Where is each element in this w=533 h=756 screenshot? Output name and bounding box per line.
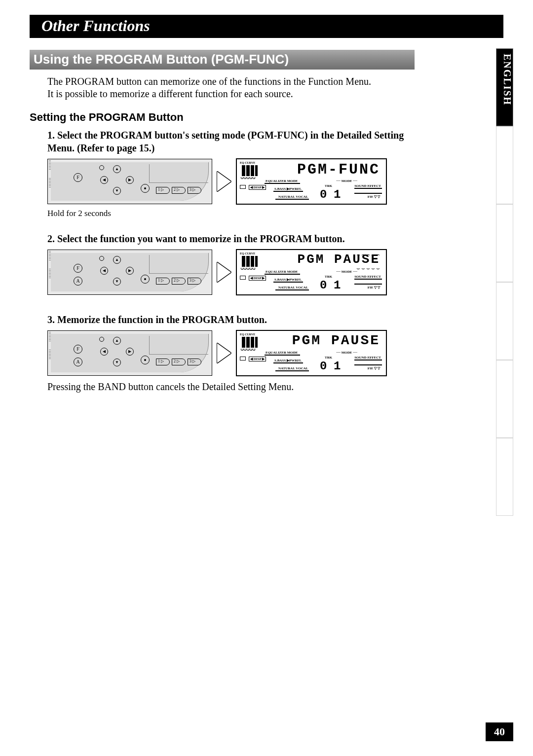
lcd-eq-curve: EQ CURVE bbox=[240, 333, 255, 336]
preset-3-icon: 3 ▷ bbox=[188, 359, 201, 365]
preset-2-icon: 2 ▷ bbox=[172, 359, 186, 365]
lcd-eq-curve: EQ CURVE bbox=[240, 252, 255, 255]
preset-buttons: 1 ▷ 2 ▷ 3 ▷ bbox=[156, 187, 201, 194]
dpad-down-icon: ▼ bbox=[113, 359, 121, 366]
subsection-title: Setting the PROGRAM Button bbox=[30, 111, 415, 124]
dpad-center-icon bbox=[99, 256, 104, 261]
dpad-down-icon: ▼ bbox=[113, 278, 121, 286]
dpad-left-icon: ◀ bbox=[100, 267, 108, 275]
f-button-icon: F bbox=[74, 173, 82, 182]
lcd-digit-2: 1 bbox=[334, 279, 341, 292]
arrow-right-icon bbox=[217, 262, 231, 282]
step-1-text: Select the PROGRAM button's setting mode… bbox=[47, 130, 404, 153]
footer-note: Pressing the BAND button cancels the Det… bbox=[47, 381, 415, 393]
faceplate-illustration: F A ▲ ▼ ◀ ▶ 1 ▷ 2 ▷ 3 ▷ bbox=[47, 250, 212, 295]
dpad-icon: ▲ ▼ ◀ ▶ bbox=[99, 165, 135, 195]
lcd-natural-vocal: NATURAL VOCAL bbox=[278, 286, 308, 289]
intro-text: The PROGRAM button can memorize one of t… bbox=[47, 75, 415, 100]
lcd-fie: FIE ▽ ▽ bbox=[368, 366, 380, 370]
preset-1-icon: 1 ▷ bbox=[156, 187, 170, 194]
dpad-up-icon: ▲ bbox=[113, 337, 121, 345]
lcd-disp-icon: ◀ DISP ▶ bbox=[249, 357, 266, 361]
preset-buttons: 1 ▷ 2 ▷ 3 ▷ bbox=[156, 359, 201, 365]
step-2-figure: F A ▲ ▼ ◀ ▶ 1 ▷ 2 ▷ 3 ▷ EQ CU bbox=[47, 249, 415, 295]
language-tab-ghost bbox=[496, 438, 513, 516]
lcd-natural-vocal: NATURAL VOCAL bbox=[278, 195, 308, 199]
arrow-right-icon bbox=[217, 172, 231, 191]
lcd-display: EQ CURVE ⌢⌢⌢⌢⌢ PGM PAUSE ⌣⌣⌣⌣⌣ EQUALIZER… bbox=[236, 249, 387, 295]
lcd-display: EQ CURVE PGM-FUNC EQUALIZER MODE ····· M… bbox=[236, 158, 387, 205]
dpad-icon: ▲ ▼ ◀ ▶ bbox=[99, 256, 135, 286]
lcd-sound-effect: SOUND EFFECT bbox=[354, 184, 381, 188]
lcd-mode: ····· MODE ····· bbox=[336, 270, 357, 274]
preset-2-icon: 2 ▷ bbox=[172, 187, 186, 194]
lcd-digit-2: 1 bbox=[334, 188, 341, 201]
section-title: Using the PROGRAM Button (PGM-FUNC) bbox=[30, 50, 415, 70]
lcd-digit-2: 1 bbox=[334, 360, 341, 373]
lcd-mode: ····· MODE ····· bbox=[336, 351, 357, 355]
lcd-main-text: PGM-FUNC bbox=[297, 161, 380, 178]
lcd-small-box-icon bbox=[240, 185, 246, 189]
lcd-digit-1: 0 bbox=[320, 279, 327, 292]
lcd-scallop-icon bbox=[241, 177, 255, 179]
arrow-right-icon bbox=[217, 343, 231, 363]
lcd-equalizer-mode: EQUALIZER MODE bbox=[266, 179, 298, 183]
knob-icon bbox=[141, 184, 150, 193]
page-number: 40 bbox=[486, 722, 513, 741]
dpad-left-icon: ◀ bbox=[100, 348, 108, 356]
a-button-icon: A bbox=[74, 277, 82, 286]
lcd-equalizer-mode: EQUALIZER MODE bbox=[266, 270, 298, 274]
a-button-icon: A bbox=[74, 358, 82, 366]
dpad-right-icon: ▶ bbox=[126, 267, 134, 275]
lcd-mode: ····· MODE ····· bbox=[336, 179, 357, 183]
dpad-center-icon bbox=[99, 337, 104, 342]
lcd-scallop-icon bbox=[241, 268, 255, 270]
lcd-trk: TRK bbox=[325, 356, 332, 360]
f-button-icon: F bbox=[74, 345, 82, 354]
chapter-title: Other Functions bbox=[30, 15, 503, 38]
lcd-bars-icon bbox=[242, 337, 258, 348]
language-tab: ENGLISH bbox=[496, 48, 513, 126]
step-1-caption: Hold for 2 seconds bbox=[47, 209, 415, 218]
lcd-display: EQ CURVE PGM PAUSE EQUALIZER MODE ····· … bbox=[236, 330, 387, 376]
blink-marks-bottom-icon: ⌣⌣⌣⌣⌣ bbox=[356, 265, 381, 272]
language-tab-ghost bbox=[496, 204, 513, 282]
dpad-down-icon: ▼ bbox=[113, 187, 121, 195]
step-3-text: Memorize the function in the PROGRAM but… bbox=[57, 314, 267, 325]
step-2-num: 2. bbox=[47, 233, 55, 244]
preset-buttons: 1 ▷ 2 ▷ 3 ▷ bbox=[156, 278, 201, 285]
lcd-eq-curve: EQ CURVE bbox=[240, 161, 255, 164]
lcd-small-box-icon bbox=[240, 276, 246, 280]
dpad-left-icon: ◀ bbox=[100, 176, 108, 184]
lcd-natural-vocal: NATURAL VOCAL bbox=[278, 366, 308, 370]
language-tab-ghost bbox=[496, 360, 513, 438]
preset-1-icon: 1 ▷ bbox=[156, 359, 170, 365]
step-2-text: Select the function you want to memorize… bbox=[57, 233, 345, 244]
lcd-digit-1: 0 bbox=[320, 188, 327, 201]
dpad-icon: ▲ ▼ ◀ ▶ bbox=[99, 337, 135, 366]
dpad-up-icon: ▲ bbox=[113, 256, 121, 264]
preset-1-icon: 1 ▷ bbox=[156, 278, 170, 285]
preset-3-icon: 3 ▷ bbox=[188, 187, 201, 194]
faceplate-illustration: F ▲ ▼ ◀ ▶ 1 ▷ 2 ▷ 3 ▷ bbox=[47, 159, 212, 204]
lcd-digit-1: 0 bbox=[320, 360, 327, 373]
lcd-disp-icon: ◀ DISP ▶ bbox=[249, 185, 266, 190]
lcd-equalizer-mode: EQUALIZER MODE bbox=[266, 351, 298, 355]
lcd-fie: FIE ▽ ▽ bbox=[368, 195, 380, 199]
step-1: 1. Select the PROGRAM button's setting m… bbox=[47, 129, 415, 154]
step-3: 3. Memorize the function in the PROGRAM … bbox=[47, 313, 415, 326]
dpad-up-icon: ▲ bbox=[113, 165, 121, 173]
lcd-main-text: PGM PAUSE bbox=[292, 333, 380, 348]
preset-3-icon: 3 ▷ bbox=[188, 278, 201, 285]
step-2: 2. Select the function you want to memor… bbox=[47, 232, 415, 245]
language-tab-ghost bbox=[496, 282, 513, 360]
dpad-center-icon bbox=[99, 165, 104, 170]
step-3-num: 3. bbox=[47, 314, 55, 325]
lcd-bars-icon bbox=[242, 256, 258, 267]
lcd-disp-icon: ◀ DISP ▶ bbox=[249, 276, 266, 281]
step-3-figure: F A ▲ ▼ ◀ ▶ 1 ▷ 2 ▷ 3 ▷ EQ CU bbox=[47, 330, 415, 376]
lcd-trk: TRK bbox=[325, 184, 332, 188]
preset-2-icon: 2 ▷ bbox=[172, 278, 186, 285]
knob-icon bbox=[141, 356, 150, 364]
lcd-fie: FIE ▽ ▽ bbox=[368, 286, 380, 289]
